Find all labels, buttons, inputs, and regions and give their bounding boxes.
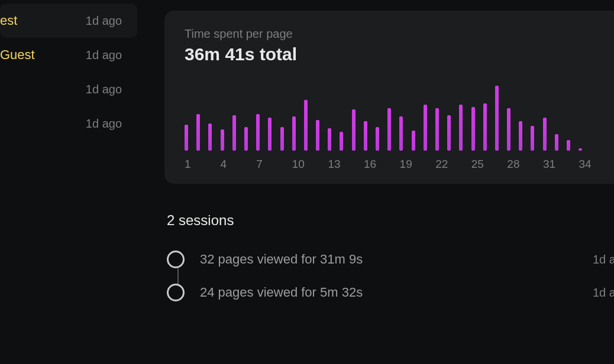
axis-tick: 25 bbox=[471, 158, 508, 171]
chart-bar bbox=[555, 134, 558, 151]
session-ago: 1d ago bbox=[593, 286, 614, 300]
session-text: 24 pages viewed for 5m 32s bbox=[200, 285, 593, 300]
chart-bar bbox=[567, 140, 570, 151]
axis-tick: 19 bbox=[400, 158, 436, 171]
chart-bar bbox=[495, 86, 499, 151]
chart-bar bbox=[244, 127, 248, 151]
axis-tick: 10 bbox=[292, 158, 328, 171]
sidebar-item-ago: 1d ago bbox=[86, 83, 122, 96]
chart-bar bbox=[292, 116, 296, 151]
chart-bar bbox=[328, 128, 331, 151]
chart-bar bbox=[507, 108, 510, 151]
chart-bar bbox=[412, 131, 415, 151]
chart-bar bbox=[256, 114, 260, 151]
chart-bar bbox=[376, 127, 379, 151]
session-marker-icon bbox=[167, 284, 185, 301]
session-row-1[interactable]: 24 pages viewed for 5m 32s 1d ago bbox=[167, 276, 614, 309]
chart-bar bbox=[447, 115, 451, 151]
chart-bar bbox=[471, 107, 475, 151]
chart-bar bbox=[221, 129, 224, 151]
axis-tick: 1 bbox=[185, 158, 221, 171]
chart-bar bbox=[352, 109, 356, 151]
chart-bar bbox=[208, 124, 212, 151]
chart-bar bbox=[579, 148, 582, 151]
main: Time spent per page 36m 41s total 147101… bbox=[137, 0, 614, 364]
chart-bar bbox=[424, 105, 427, 151]
axis-tick: 22 bbox=[435, 158, 471, 171]
chart-bar bbox=[232, 115, 236, 151]
sidebar-item-3[interactable]: 1d ago bbox=[0, 106, 137, 141]
card-title: 36m 41s total bbox=[185, 44, 614, 64]
chart-bar bbox=[483, 103, 487, 151]
sessions-heading: 2 sessions bbox=[167, 212, 614, 229]
sidebar-item-1[interactable]: Guest 1d ago bbox=[0, 38, 137, 72]
axis-tick: 28 bbox=[507, 158, 543, 171]
chart-bar bbox=[531, 126, 534, 151]
chart-bar bbox=[196, 114, 200, 151]
sidebar-item-ago: 1d ago bbox=[86, 48, 122, 62]
sidebar-item-ago: 1d ago bbox=[86, 117, 122, 131]
sidebar-item-2[interactable]: 1d ago bbox=[0, 72, 137, 106]
axis-tick: 16 bbox=[364, 158, 400, 171]
axis-tick: 31 bbox=[543, 158, 579, 171]
chart-bar bbox=[459, 105, 463, 151]
chart-bar bbox=[185, 125, 188, 151]
sidebar: est 1d ago Guest 1d ago 1d ago 1d ago bbox=[0, 0, 137, 364]
axis-tick: 7 bbox=[256, 158, 292, 171]
axis-tick: 34 bbox=[579, 158, 614, 171]
sidebar-item-0[interactable]: est 1d ago bbox=[0, 4, 137, 38]
session-ago: 1d ago bbox=[593, 253, 614, 266]
chart-bar bbox=[519, 121, 522, 151]
chart-bar bbox=[304, 100, 308, 151]
time-per-page-chart bbox=[185, 80, 614, 151]
session-text: 32 pages viewed for 31m 9s bbox=[200, 252, 593, 267]
chart-bar bbox=[387, 108, 391, 151]
chart-bar bbox=[399, 116, 403, 151]
session-marker-icon bbox=[167, 251, 185, 268]
chart-bar bbox=[316, 120, 319, 151]
sidebar-item-ago: 1d ago bbox=[86, 14, 122, 28]
chart-bar bbox=[543, 118, 547, 151]
sidebar-item-label: Guest bbox=[0, 47, 86, 63]
sidebar-item-label: est bbox=[0, 13, 86, 28]
time-per-page-card: Time spent per page 36m 41s total 147101… bbox=[164, 11, 614, 184]
chart-bar bbox=[268, 118, 272, 151]
axis-tick: 13 bbox=[328, 158, 364, 171]
axis-tick: 4 bbox=[221, 158, 257, 171]
chart-bar bbox=[280, 127, 284, 151]
chart-bar bbox=[364, 121, 367, 151]
chart-bar bbox=[435, 108, 439, 151]
chart-x-axis: 147101316192225283134 bbox=[185, 158, 614, 171]
chart-bar bbox=[340, 132, 343, 151]
card-subtitle: Time spent per page bbox=[185, 27, 614, 41]
session-row-0[interactable]: 32 pages viewed for 31m 9s 1d ago bbox=[167, 243, 614, 276]
